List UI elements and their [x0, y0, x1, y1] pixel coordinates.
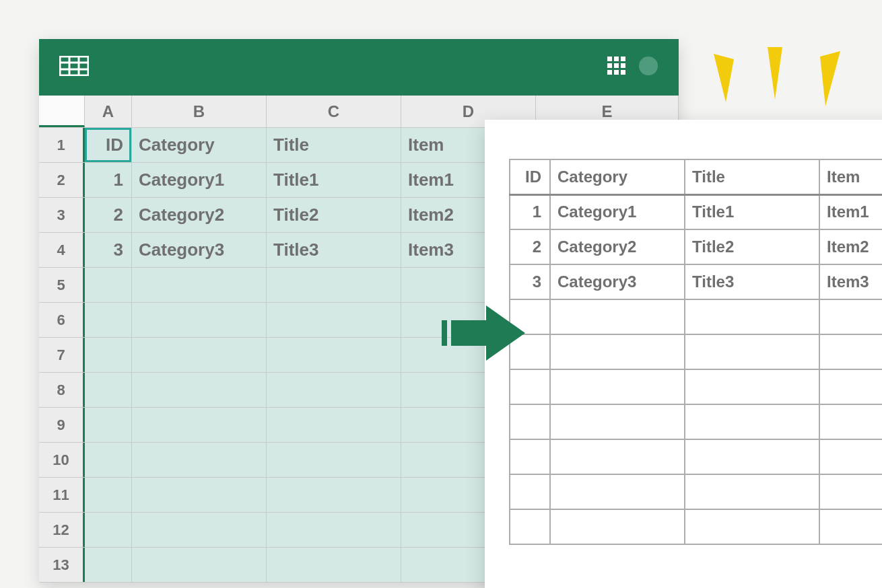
export-cell: 3	[510, 264, 550, 299]
svg-marker-17	[714, 54, 734, 102]
svg-marker-18	[768, 47, 782, 100]
table-row: 2 Category2 Title2 Item2	[510, 229, 882, 264]
export-table: ID Category Title Item 1 Category1 Title…	[509, 159, 882, 545]
export-col-id: ID	[510, 159, 550, 194]
cell-C3[interactable]: Title2	[267, 198, 401, 232]
cell[interactable]	[132, 443, 267, 477]
export-col-category: Category	[550, 159, 685, 194]
cell[interactable]	[85, 268, 132, 302]
user-avatar-icon[interactable]	[638, 56, 658, 79]
table-row	[510, 474, 882, 509]
cell[interactable]	[85, 548, 132, 582]
row-header[interactable]: 6	[39, 303, 85, 337]
table-row: ID Category Title Item	[510, 159, 882, 194]
table-icon[interactable]	[59, 56, 89, 79]
cell[interactable]	[267, 373, 401, 407]
svg-marker-19	[820, 51, 840, 106]
export-cell: Title1	[685, 194, 819, 229]
row-header[interactable]: 1	[39, 128, 85, 162]
export-cell: Item3	[819, 264, 882, 299]
cell-A2[interactable]: 1	[85, 163, 132, 197]
cell-B1[interactable]: Category	[132, 128, 267, 162]
cell[interactable]	[85, 478, 132, 512]
column-header-A[interactable]: A	[85, 96, 132, 127]
apps-grid-icon[interactable]	[607, 57, 626, 78]
row-header[interactable]: 9	[39, 408, 85, 442]
export-cell: Title3	[685, 264, 819, 299]
row-header[interactable]: 4	[39, 233, 85, 267]
cell-A3[interactable]: 2	[85, 198, 132, 232]
cell[interactable]	[132, 478, 267, 512]
table-row	[510, 369, 882, 404]
cell[interactable]	[85, 408, 132, 442]
table-row	[510, 334, 882, 369]
table-row	[510, 439, 882, 474]
export-cell: Title2	[685, 229, 819, 264]
cell-C1[interactable]: Title	[267, 128, 401, 162]
table-row	[510, 404, 882, 439]
svg-rect-11	[607, 70, 612, 75]
cell[interactable]	[267, 443, 401, 477]
table-row	[510, 509, 882, 544]
table-row	[510, 299, 882, 334]
column-header-C[interactable]: C	[267, 96, 401, 127]
cell[interactable]	[132, 408, 267, 442]
export-cell: Category1	[550, 194, 685, 229]
row-header[interactable]: 5	[39, 268, 85, 302]
column-header-B[interactable]: B	[132, 96, 267, 127]
cell[interactable]	[267, 408, 401, 442]
svg-marker-15	[451, 305, 525, 361]
export-cell: Item2	[819, 229, 882, 264]
cell-A4[interactable]: 3	[85, 233, 132, 267]
cell[interactable]	[85, 443, 132, 477]
export-cell: Item1	[819, 194, 882, 229]
cell[interactable]	[267, 303, 401, 337]
cell[interactable]	[132, 548, 267, 582]
cell[interactable]	[85, 303, 132, 337]
cell[interactable]	[267, 513, 401, 547]
cell[interactable]	[267, 478, 401, 512]
cell-B3[interactable]: Category2	[132, 198, 267, 232]
svg-rect-5	[607, 57, 612, 61]
select-all-corner[interactable]	[39, 96, 85, 127]
export-panel: ID Category Title Item 1 Category1 Title…	[485, 120, 882, 588]
table-row: 3 Category3 Title3 Item3	[510, 264, 882, 299]
cell-A1[interactable]: ID	[85, 128, 132, 162]
cell[interactable]	[85, 513, 132, 547]
row-header[interactable]: 10	[39, 443, 85, 477]
row-header[interactable]: 2	[39, 163, 85, 197]
export-arrow-icon	[439, 303, 527, 366]
cell[interactable]	[267, 268, 401, 302]
export-col-item: Item	[819, 159, 882, 194]
cell[interactable]	[132, 303, 267, 337]
svg-rect-13	[621, 70, 625, 75]
export-cell: 2	[510, 229, 550, 264]
cell-C4[interactable]: Title3	[267, 233, 401, 267]
row-header[interactable]: 13	[39, 548, 85, 582]
cell[interactable]	[132, 373, 267, 407]
cell[interactable]	[132, 268, 267, 302]
row-header[interactable]: 11	[39, 478, 85, 512]
cell-B4[interactable]: Category3	[132, 233, 267, 267]
row-header[interactable]: 7	[39, 338, 85, 372]
svg-rect-8	[607, 63, 612, 68]
cell[interactable]	[132, 338, 267, 372]
row-header[interactable]: 12	[39, 513, 85, 547]
table-row: 1 Category1 Title1 Item1	[510, 194, 882, 229]
export-cell: Category2	[550, 229, 685, 264]
export-col-title: Title	[685, 159, 819, 194]
cell[interactable]	[85, 338, 132, 372]
cell[interactable]	[267, 548, 401, 582]
cell-B2[interactable]: Category1	[132, 163, 267, 197]
row-header[interactable]: 3	[39, 198, 85, 232]
cell[interactable]	[267, 338, 401, 372]
toolbar	[39, 39, 679, 96]
cell[interactable]	[85, 373, 132, 407]
svg-rect-7	[621, 57, 625, 61]
svg-rect-12	[614, 70, 619, 75]
row-header[interactable]: 8	[39, 373, 85, 407]
cell-C2[interactable]: Title1	[267, 163, 401, 197]
svg-rect-6	[614, 57, 619, 61]
cell[interactable]	[132, 513, 267, 547]
svg-rect-0	[60, 57, 88, 75]
